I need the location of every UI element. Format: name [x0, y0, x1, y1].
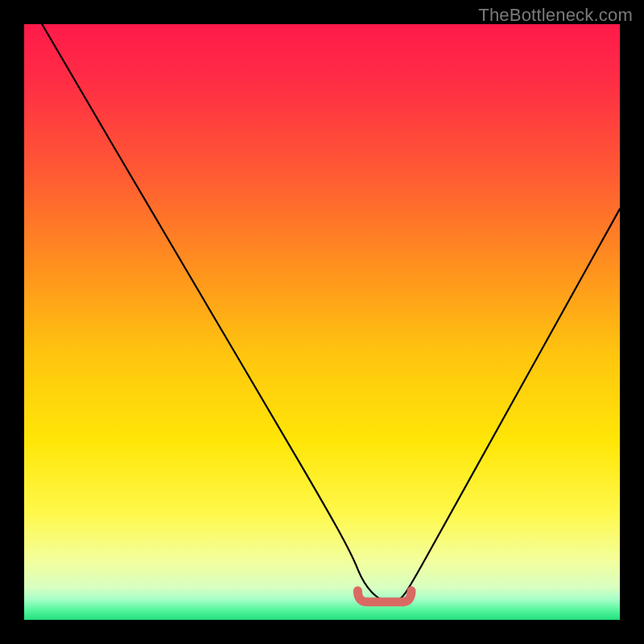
plot-area: [24, 24, 620, 620]
watermark-text: TheBottleneck.com: [478, 5, 633, 26]
chart-frame: TheBottleneck.com: [0, 0, 644, 644]
bottleneck-curve-line: [42, 24, 620, 602]
chart-svg: [24, 24, 620, 620]
